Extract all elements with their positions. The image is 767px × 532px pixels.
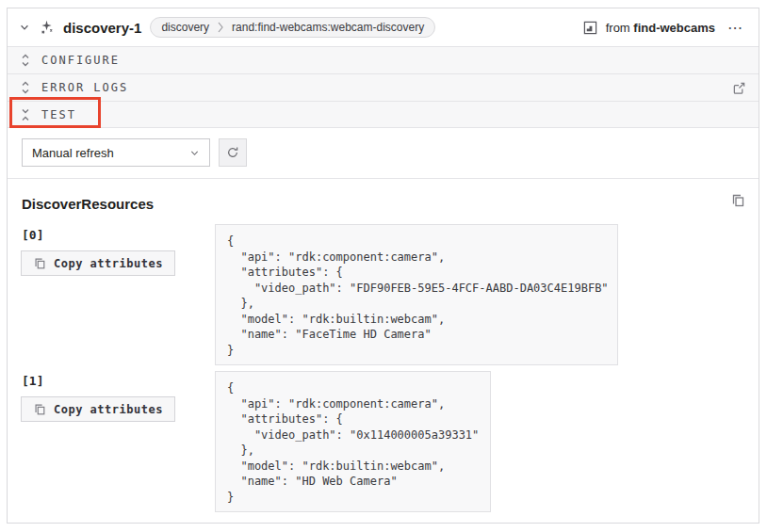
- result-json-block: { "api": "rdk:component:camera", "attrib…: [215, 371, 491, 512]
- method-title: DiscoverResources: [22, 196, 154, 212]
- refresh-mode-value: Manual refresh: [32, 146, 114, 160]
- copy-results-icon[interactable]: [730, 193, 745, 208]
- open-external-icon[interactable]: [732, 81, 746, 95]
- divider: [8, 178, 759, 179]
- refresh-icon: [226, 146, 239, 159]
- section-configure[interactable]: CONFIGURE: [8, 46, 759, 73]
- ellipsis-menu-icon[interactable]: ⋯: [724, 19, 747, 37]
- component-card: discovery-1 discovery rand:find-webcams:…: [7, 8, 759, 524]
- unfold-more-icon: [20, 81, 31, 94]
- from-label: from find-webcams: [606, 21, 715, 35]
- copy-icon: [33, 257, 46, 270]
- refresh-mode-select[interactable]: Manual refresh: [22, 138, 210, 167]
- copy-attributes-button[interactable]: Copy attributes: [21, 250, 175, 276]
- chevron-down-icon[interactable]: [19, 22, 30, 33]
- section-configure-label: CONFIGURE: [41, 54, 120, 67]
- component-card-header: discovery-1 discovery rand:find-webcams:…: [8, 8, 759, 46]
- component-type-badge: discovery rand:find-webcams:webcam-disco…: [150, 17, 435, 38]
- chevron-down-icon: [189, 148, 200, 158]
- result-index-label: [0]: [22, 228, 43, 242]
- result-json-block: { "api": "rdk:component:camera", "attrib…: [215, 224, 618, 365]
- from-module-name: find-webcams: [633, 21, 715, 35]
- chevron-right-icon: [217, 22, 224, 33]
- copy-attributes-button[interactable]: Copy attributes: [21, 396, 175, 422]
- discovery-sparkle-icon: [39, 20, 55, 36]
- copy-attributes-label: Copy attributes: [54, 403, 163, 416]
- badge-type-label: discovery: [161, 21, 209, 34]
- section-test[interactable]: TEST: [8, 101, 759, 128]
- badge-model-label: rand:find-webcams:webcam-discovery: [232, 21, 424, 34]
- copy-attributes-label: Copy attributes: [54, 257, 163, 270]
- component-title: discovery-1: [63, 20, 141, 36]
- unfold-less-icon: [20, 108, 31, 121]
- result-index-label: [1]: [22, 374, 43, 388]
- module-icon: [583, 21, 597, 35]
- section-error-logs-label: ERROR LOGS: [41, 81, 128, 94]
- section-error-logs[interactable]: ERROR LOGS: [8, 73, 759, 101]
- unfold-more-icon: [20, 54, 31, 67]
- copy-icon: [33, 403, 46, 416]
- section-test-label: TEST: [41, 108, 76, 121]
- refresh-button[interactable]: [219, 138, 247, 167]
